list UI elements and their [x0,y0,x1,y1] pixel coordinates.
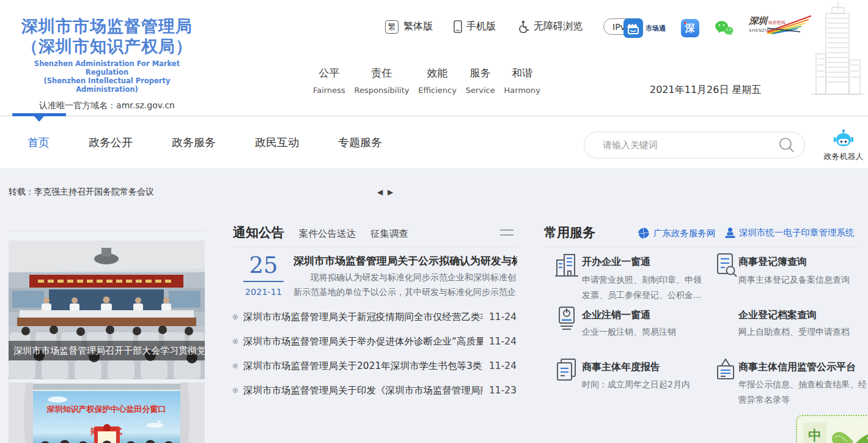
robot-label: 政务机器人 [822,151,865,162]
active-tab-caret [34,116,44,122]
featured-notice-summary: 现将拟确认为研发与标准化同步示范企业和深圳标准创新示范基地的单位予以公示，其中研… [293,270,517,300]
ishenzhen-app-link[interactable]: 深 [681,19,699,37]
notice-row[interactable]: 深圳市市场监督管理局关于举办促进体外诊断企业“高质量... 11-24 [233,329,517,354]
featured-notice-title[interactable]: 深圳市市场监督管理局关于公示拟确认为研发与标... [293,254,517,268]
mobile-phone-icon [454,20,462,33]
service-open-business[interactable]: 开办企业一窗通 [582,256,650,269]
content-area: 转载：李克强主持召开国务院常务会议 ◀ ▶ [0,168,868,443]
value-cn: 公平 [313,66,345,80]
tab-case-announcements[interactable]: 案件公告送达 [299,228,356,240]
pinwheel-icon [638,227,650,239]
nav-item-home[interactable]: 首页 [28,135,50,150]
mobile-version-link[interactable]: 手机版 [454,20,496,33]
value-en: Efficiency [418,86,457,95]
accessibility-label: 无障碍浏览 [534,20,583,33]
traditional-label: 繁体版 [403,20,433,33]
market-app-label: 市场通 [645,24,666,33]
robot-icon [833,129,854,147]
deregistration-icon [553,304,580,331]
value-en: Fairness [313,86,345,95]
logo-en-line1: Shenzhen Administration For Market Regul… [15,59,199,76]
annual-report-icon [553,357,580,384]
nav-item-special-services[interactable]: 专题服务 [338,135,382,150]
market-app-icon [623,18,643,38]
left-column-divider [9,231,205,231]
services-divider [544,247,857,247]
open-business-icon [553,251,580,278]
official-domain-note: 认准唯一官方域名：amr.sz.gov.cn [15,100,199,111]
service-annual-report[interactable]: 商事主体年度报告 [582,361,660,374]
bullet-icon [233,363,238,368]
featured-photo-meeting[interactable]: 深圳市市场监督管理局召开干部大会学习贯彻党的十... [9,240,205,379]
notice-title: 深圳市市场监督管理局关于新冠疫情期间全市仅经营乙类非... [243,311,483,324]
featured-month: 2021-11 [243,287,284,297]
value-en: Harmony [504,86,540,95]
tab-surveys[interactable]: 征集调查 [370,228,408,240]
credit-platform-icon [712,357,739,384]
featured-date-rule [243,281,284,282]
search-input[interactable] [603,140,779,151]
service-deregistration-desc: 企业一般注销、简易注销 [582,324,709,340]
eseal-system-link[interactable]: 深圳市统一电子印章管理系统 [725,227,855,239]
ticker-next-icon[interactable]: ▶ [388,188,393,196]
service-credit-platform[interactable]: 商事主体信用监管公示平台 [738,361,856,374]
guangdong-gov-service-label: 广东政务服务网 [653,228,716,239]
photo1-caption: 深圳市市场监督管理局召开干部大会学习贯彻党的十... [9,341,205,360]
bullet-icon [233,388,238,393]
accessibility-icon [517,20,529,33]
traditional-version-link[interactable]: 繁 繁体版 [385,20,433,34]
notice-row[interactable]: 深圳市市场监督管理局关于新冠疫情期间全市仅经营乙类非... 11-24 [233,305,517,329]
featured-photo-ceremony[interactable]: 深圳知识产权保护中心盐田分窗口 揭牌仪式 [9,382,205,443]
nav-item-gov-services[interactable]: 政务服务 [172,135,216,150]
notice-date: 11-23 [489,385,517,396]
nav-divider [0,116,868,116]
notice-row[interactable]: 深圳市市场监督管理局关于印发《深圳市市场监督管理局商... 11-23 [233,378,517,403]
news-ticker[interactable]: 转载：李克强主持召开国务院常务会议 [9,187,154,198]
value-cn: 责任 [355,66,410,80]
site-logo[interactable]: 深圳市市场监督管理局 （深圳市知识产权局） Shenzhen Administr… [15,16,199,111]
logo-title-line2: （深圳市知识产权局） [15,36,199,56]
notices-more-icon[interactable] [500,229,513,239]
bullet-icon [233,339,238,344]
service-deregistration[interactable]: 企业注销一窗通 [582,309,650,322]
registry-search-icon [712,251,739,278]
nav-item-interaction[interactable]: 政民互动 [255,135,299,150]
notice-date: 11-24 [489,311,517,322]
notice-tabs: 案件公告送达 征集调查 [299,228,408,240]
rainbow-wing-icon [766,13,814,34]
notice-date: 11-24 [489,336,517,347]
notices-divider [233,247,517,247]
gov-robot-button[interactable]: 政务机器人 [822,129,865,162]
logo-en-line2: (Shenzhen Intellectual Property Administ… [15,76,199,94]
bullet-icon [233,315,238,319]
service-registry-search[interactable]: 商事登记簿查询 [738,256,807,269]
core-values: 公平Fairness 责任Responsibility 效能Efficiency… [313,66,540,95]
building-sketch [809,0,867,98]
notice-title: 深圳市市场监督管理局关于2021年深圳市学生书包等3类产... [243,360,483,373]
gov-portal-corner-widget[interactable]: 中 [796,415,868,443]
notices-title: 通知公告 [233,224,284,241]
search-icon[interactable] [779,137,795,153]
ticker-prev-icon[interactable]: ◀ [377,188,383,196]
nav-item-gov-affairs[interactable]: 政务公开 [89,135,133,150]
market-app-link[interactable]: 市场通 [623,18,666,38]
traditional-icon: 繁 [385,20,399,34]
wechat-link[interactable] [715,20,734,37]
ticker-controls: ◀ ▶ [376,188,394,196]
mobile-label: 手机版 [466,20,496,33]
guangdong-gov-service-link[interactable]: 广东政务服务网 [638,227,716,239]
service-archive-search[interactable]: 企业登记档案查询 [738,309,817,322]
ceremony-photo-art: 深圳知识产权保护中心盐田分窗口 揭牌仪式 [9,382,205,443]
shenzhen-gov-online-logo[interactable]: 深圳政府在线 SHENZHEN CHINA [749,15,805,42]
accessibility-link[interactable]: 无障碍浏览 [517,20,583,33]
services-title: 常用服务 [544,224,595,241]
notice-title: 深圳市市场监督管理局关于举办促进体外诊断企业“高质量... [243,335,483,348]
eseal-system-label: 深圳市统一电子印章管理系统 [739,227,855,239]
ishenzhen-app-icon: 深 [681,19,699,37]
value-en: Responsibility [355,86,410,95]
value-cn: 效能 [418,66,457,80]
notice-row[interactable]: 深圳市市场监督管理局关于2021年深圳市学生书包等3类产... 11-24 [233,354,517,378]
page: 深圳市市场监督管理局 （深圳市知识产权局） Shenzhen Administr… [0,0,868,443]
seal-stamp-icon [725,227,735,239]
wechat-icon [715,20,734,37]
